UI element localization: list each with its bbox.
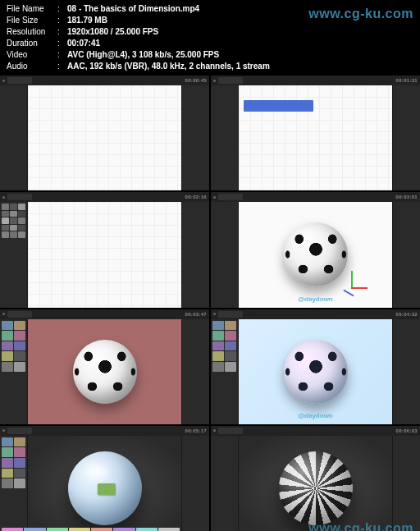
environment-thumb[interactable] — [212, 362, 224, 372]
environment-thumb[interactable] — [14, 478, 25, 488]
material-swatch[interactable] — [69, 528, 90, 531]
environment-thumb[interactable] — [2, 362, 13, 372]
viewport[interactable] — [28, 436, 181, 531]
material-swatch[interactable] — [2, 528, 23, 531]
properties-panel[interactable] — [181, 319, 209, 424]
environment-thumb[interactable] — [14, 458, 25, 468]
material-swatch[interactable] — [158, 528, 180, 531]
environment-thumb[interactable] — [225, 351, 236, 361]
video-thumbnail[interactable]: 00:02:16 — [0, 192, 209, 307]
watermark-bottom: www.cg-ku.com — [308, 521, 413, 531]
environment-thumb[interactable] — [14, 321, 25, 331]
material-thumb[interactable] — [10, 211, 17, 217]
environment-thumb[interactable] — [212, 331, 224, 341]
timestamp: 00:06:03 — [396, 428, 418, 433]
material-thumb[interactable] — [18, 211, 25, 217]
sphere-model[interactable] — [68, 451, 142, 525]
environment-thumb[interactable] — [2, 458, 13, 468]
video-thumbnail[interactable]: 00:01:31 — [211, 76, 420, 190]
app-titlebar: 00:03:47 — [0, 309, 209, 319]
environment-thumb[interactable] — [2, 331, 13, 341]
video-thumbnail[interactable]: 00:06:03 — [211, 426, 420, 531]
material-thumb[interactable] — [18, 217, 25, 224]
dropdown-menu[interactable] — [244, 100, 313, 112]
material-thumb[interactable] — [10, 217, 17, 224]
material-thumb[interactable] — [18, 204, 25, 210]
properties-panel[interactable] — [392, 202, 420, 307]
environment-thumb[interactable] — [2, 469, 13, 478]
sphere-model[interactable] — [279, 451, 353, 525]
material-thumb[interactable] — [2, 231, 9, 238]
soccer-ball-model[interactable] — [73, 340, 137, 404]
asset-panel[interactable] — [211, 436, 239, 531]
material-thumb[interactable] — [2, 211, 9, 217]
environment-thumb[interactable] — [2, 478, 13, 488]
material-thumb[interactable] — [18, 231, 25, 238]
properties-panel[interactable] — [181, 202, 209, 307]
video-thumbnail[interactable]: 00:03:01@daydown — [211, 192, 420, 307]
properties-panel[interactable] — [392, 436, 420, 531]
asset-panel[interactable] — [0, 319, 28, 424]
environment-thumb[interactable] — [212, 341, 224, 351]
environment-thumb[interactable] — [2, 437, 13, 447]
environment-thumb[interactable] — [14, 447, 25, 457]
environment-thumb[interactable] — [2, 351, 13, 361]
material-thumb[interactable] — [10, 231, 17, 238]
overlay-watermark: @daydown — [239, 412, 392, 419]
label-duration: Duration — [7, 38, 57, 49]
asset-panel[interactable] — [211, 319, 239, 424]
environment-thumb[interactable] — [14, 437, 25, 447]
environment-thumb[interactable] — [14, 351, 25, 361]
viewport[interactable] — [28, 85, 181, 190]
material-thumb[interactable] — [10, 204, 17, 210]
properties-panel[interactable] — [181, 436, 209, 531]
app-titlebar: 00:06:03 — [211, 426, 420, 436]
environment-thumb[interactable] — [2, 447, 13, 457]
material-swatch[interactable] — [47, 528, 68, 531]
material-thumb[interactable] — [2, 217, 9, 224]
viewport[interactable] — [28, 319, 181, 424]
environment-thumb[interactable] — [2, 341, 13, 351]
environment-thumb[interactable] — [14, 469, 25, 478]
material-thumb[interactable] — [2, 225, 9, 231]
material-thumb[interactable] — [18, 225, 25, 231]
environment-thumb[interactable] — [14, 362, 25, 372]
properties-panel[interactable] — [392, 85, 420, 190]
viewport[interactable] — [239, 85, 392, 190]
asset-panel[interactable] — [0, 202, 28, 307]
asset-panel[interactable] — [0, 85, 28, 190]
viewport[interactable] — [28, 202, 181, 307]
decal-patch[interactable] — [98, 483, 116, 495]
material-swatch[interactable] — [91, 528, 112, 531]
viewport[interactable]: @daydown — [239, 319, 392, 424]
viewport[interactable]: @daydown — [239, 202, 392, 307]
viewport[interactable] — [239, 436, 392, 531]
material-thumb[interactable] — [2, 204, 9, 210]
video-thumbnail[interactable]: 00:00:45 — [0, 76, 209, 190]
video-thumbnail[interactable]: 00:03:47 — [0, 309, 209, 424]
material-thumb[interactable] — [10, 225, 17, 231]
environment-thumb[interactable] — [2, 321, 13, 331]
properties-panel[interactable] — [181, 85, 209, 190]
environment-thumb[interactable] — [14, 331, 25, 341]
environment-thumb[interactable] — [212, 321, 224, 331]
material-swatch[interactable] — [113, 528, 135, 531]
environment-thumb[interactable] — [225, 331, 236, 341]
environment-thumb[interactable] — [225, 341, 236, 351]
material-swatch[interactable] — [136, 528, 158, 531]
environment-thumb[interactable] — [14, 341, 25, 351]
video-thumbnail[interactable]: 00:04:32@daydown — [211, 309, 420, 424]
properties-panel[interactable] — [392, 319, 420, 424]
soccer-ball-model[interactable] — [284, 340, 348, 404]
media-info-header: File Name:08 - The basics of Dimension.m… — [0, 0, 420, 76]
environment-thumb[interactable] — [212, 351, 224, 361]
soccer-ball-model[interactable] — [284, 222, 348, 286]
environment-thumb[interactable] — [225, 362, 236, 372]
material-swatch[interactable] — [24, 528, 45, 531]
asset-panel[interactable] — [211, 202, 239, 307]
axis-gizmo[interactable] — [351, 287, 352, 288]
asset-panel[interactable] — [211, 85, 239, 190]
video-thumbnail[interactable]: 00:05:17 — [0, 426, 209, 531]
environment-thumb[interactable] — [225, 321, 236, 331]
asset-panel[interactable] — [0, 436, 28, 531]
